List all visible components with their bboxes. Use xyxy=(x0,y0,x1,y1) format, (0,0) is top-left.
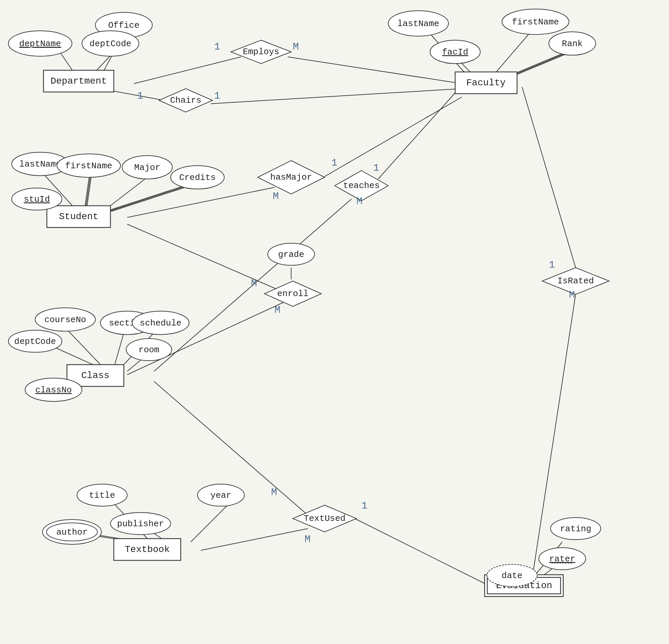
entity-faculty-label: Faculty xyxy=(466,77,506,88)
line-faculty-chairs xyxy=(211,89,462,104)
rel-teaches-label: teaches xyxy=(343,181,380,191)
mult-chairs-1right: 1 xyxy=(214,90,220,102)
attr-facid-label: facId xyxy=(442,47,468,57)
mult-hasmajor-1: 1 xyxy=(331,157,337,169)
attr-classno-label: classNo xyxy=(35,385,72,395)
attr-courseno-label: courseNo xyxy=(44,315,86,325)
attr-fac-lastname-label: lastName xyxy=(398,19,439,29)
mult-teaches-m: M xyxy=(356,196,362,207)
rel-textused-label: TextUsed xyxy=(304,514,346,524)
line-stu-credits1 xyxy=(111,186,187,211)
entity-department-label: Department xyxy=(51,76,107,86)
mult-chairs-1left: 1 xyxy=(137,90,143,102)
attr-deptcode-label: deptCode xyxy=(90,39,131,49)
attr-date-label: date xyxy=(502,571,523,581)
line-fac-teaches xyxy=(378,85,462,179)
attr-office-label: Office xyxy=(108,20,140,30)
line-dept-employs xyxy=(134,57,241,84)
mult-employs-m: M xyxy=(293,41,299,53)
rel-israted-label: IsRated xyxy=(557,276,594,286)
attr-credits-label: Credits xyxy=(179,173,215,183)
line-fac-rank1 xyxy=(509,52,569,77)
line-textused-eval xyxy=(352,517,495,589)
line-textbook-textused xyxy=(201,529,308,550)
attr-grade-label: grade xyxy=(278,249,304,260)
line-fac-israted xyxy=(522,87,575,268)
line-stu-hasmajor xyxy=(127,187,274,217)
attr-author-label: author xyxy=(56,527,88,537)
entity-student-label: Student xyxy=(59,212,98,222)
mult-enroll-m-class: M xyxy=(274,304,281,316)
mult-employs-1: 1 xyxy=(214,41,220,53)
attr-rating-label: rating xyxy=(560,524,592,534)
attr-room-label: room xyxy=(139,345,159,355)
mult-textused-m-class: M xyxy=(271,487,277,498)
mult-textused-1: 1 xyxy=(361,500,368,512)
attr-year-label: year xyxy=(211,490,231,500)
line-class-section xyxy=(114,333,124,368)
mult-textused-m-tb: M xyxy=(304,534,311,545)
attr-stu-firstname-label: firstName xyxy=(65,161,112,171)
rel-employs-label: Employs xyxy=(243,47,279,57)
line-fac-rank2 xyxy=(509,53,570,77)
attr-major-label: Major xyxy=(134,162,160,173)
line-faculty-employs xyxy=(288,57,462,84)
mult-enroll-m-stu: M xyxy=(251,278,257,289)
attr-rater-label: rater xyxy=(549,554,575,564)
attr-publisher-label: publisher xyxy=(117,519,164,529)
mult-teaches-1: 1 xyxy=(373,162,379,174)
mult-hasmajor-m: M xyxy=(273,191,279,202)
attr-stu-lastname-label: lastName xyxy=(19,159,61,169)
attr-title-label: title xyxy=(89,490,115,500)
attr-class-deptcode-label: deptCode xyxy=(14,337,56,347)
entity-class-label: Class xyxy=(81,370,110,381)
line-tb-year xyxy=(191,505,228,542)
rel-hasmajor-label: hasMajor xyxy=(270,172,312,182)
attr-schedule-label: schedule xyxy=(140,318,182,328)
entity-textbook-label: Textbook xyxy=(125,544,170,555)
line-stu-enroll xyxy=(127,224,281,291)
rel-enroll-label: enroll xyxy=(277,289,309,299)
attr-stuid-label: stuId xyxy=(24,195,50,204)
attr-rank-label: Rank xyxy=(562,39,583,49)
attr-deptname-label: deptName xyxy=(19,39,61,49)
mult-israted-m: M xyxy=(569,289,575,301)
line-class-courseno xyxy=(67,330,104,368)
rel-chairs-label: Chairs xyxy=(170,95,201,105)
attr-fac-firstname-label: firstName xyxy=(512,17,559,27)
mult-israted-1: 1 xyxy=(549,259,555,271)
